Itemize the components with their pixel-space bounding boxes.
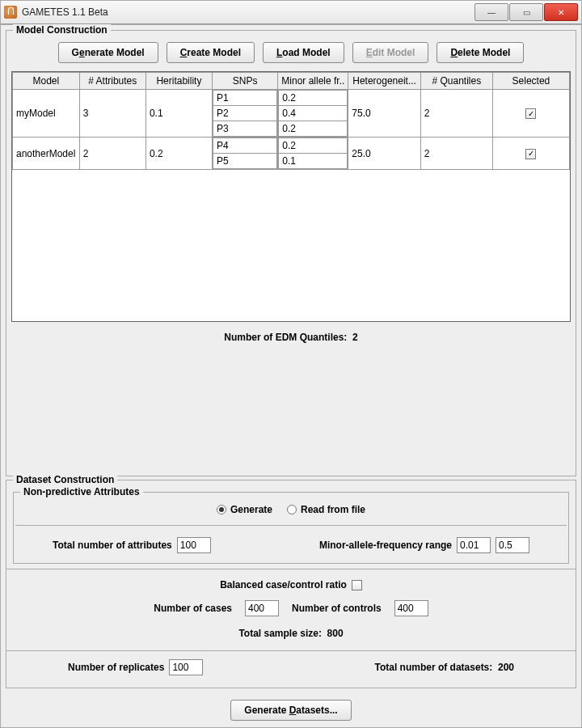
java-icon [4,6,17,19]
balanced-checkbox[interactable] [352,580,362,590]
table-row[interactable]: myModel30.1P1P2P30.20.40.275.02✓ [13,90,570,138]
selected-checkbox[interactable]: ✓ [525,108,536,119]
maf-range-label: Minor-allele-frequency range [319,540,452,551]
controls-label: Number of controls [292,603,382,614]
table-cell: 0.2 [146,138,212,170]
col-heritability[interactable]: Heritability [146,73,212,90]
table-subcell: 0.2 [279,121,348,137]
table-subcell: P1 [213,91,277,106]
maf-range-lo-input[interactable] [457,537,491,553]
model-construction-panel: Model Construction Generate Model Create… [6,30,576,476]
table-cell: ✓ [492,90,569,138]
delete-model-button[interactable]: Delete Model [436,42,524,63]
table-cell: 2 [420,90,492,138]
table-subcell: P4 [213,138,277,154]
maf-range-hi-input[interactable] [496,537,529,553]
col-attributes[interactable]: # Attributes [79,73,146,90]
table-subcell: 0.4 [279,106,348,121]
cases-label: Number of cases [154,603,232,614]
table-cell: ✓ [492,138,569,170]
radio-dot-icon [217,505,226,514]
table-cell: 2 [79,138,146,170]
replicates-input[interactable] [169,659,203,675]
minimize-button[interactable]: — [474,3,508,21]
replicates-label: Number of replicates [68,662,164,673]
dataset-construction-panel: Dataset Construction Non-predictive Attr… [6,480,576,688]
table-cell: anotherModel [13,138,80,170]
table-cell: P1P2P3 [213,90,278,138]
selected-checkbox[interactable]: ✓ [525,149,536,159]
readfile-radio[interactable]: Read from file [287,504,365,515]
table-cell: 0.20.1 [278,138,348,170]
table-cell: 2 [420,138,492,170]
table-cell: 75.0 [348,90,421,138]
controls-input[interactable] [394,600,428,616]
dataset-construction-title: Dataset Construction [13,474,117,485]
col-hetero[interactable]: Heterogeneit... [348,73,421,90]
col-quantiles[interactable]: # Quantiles [420,73,492,90]
titlebar: GAMETES 1.1 Beta — ▭ ✕ [0,0,582,24]
col-selected[interactable]: Selected [492,73,569,90]
table-cell: 3 [79,90,146,138]
generate-model-button[interactable]: Generate Model [58,42,158,63]
radio-dot-icon [287,505,297,514]
nonpredictive-title: Non-predictive Attributes [20,486,143,497]
balanced-label: Balanced case/control ratio [220,579,347,590]
generate-radio[interactable]: Generate [217,504,272,515]
load-model-button[interactable]: Load Model [263,42,344,63]
total-attributes-label: Total number of attributes [53,540,172,551]
total-sample-row: Total sample size: 800 [11,621,571,645]
table-cell: P4P5 [213,138,278,170]
maximize-button[interactable]: ▭ [509,3,543,21]
col-model[interactable]: Model [13,73,80,90]
table-cell: 25.0 [348,138,421,170]
table-row[interactable]: anotherModel20.2P4P50.20.125.02✓ [13,138,570,170]
col-maf[interactable]: Minor allele fr.. [278,73,348,90]
table-cell: 0.20.40.2 [278,90,348,138]
table-subcell: P5 [213,154,277,169]
total-attributes-input[interactable] [177,537,211,553]
table-subcell: 0.2 [279,138,348,154]
edm-quantiles-row: Number of EDM Quantiles: 2 [11,322,571,353]
table-subcell: 0.1 [279,154,348,169]
nonpredictive-panel: Non-predictive Attributes Generate Read … [13,492,569,564]
close-button[interactable]: ✕ [544,3,578,21]
generate-datasets-button[interactable]: Generate Datasets... [230,700,351,721]
edit-model-button: Edit Model [352,42,429,63]
table-subcell: 0.2 [279,91,348,106]
table-subcell: P2 [213,106,277,121]
models-table-container: Model # Attributes Heritability SNPs Min… [11,71,571,322]
create-model-button[interactable]: Create Model [167,42,255,63]
table-cell: 0.1 [146,90,212,138]
cases-input[interactable] [245,600,279,616]
col-snps[interactable]: SNPs [213,73,278,90]
total-datasets-row: Total number of datasets: 200 [375,662,515,673]
models-table[interactable]: Model # Attributes Heritability SNPs Min… [12,72,570,170]
table-cell: myModel [13,90,80,138]
window-title: GAMETES 1.1 Beta [22,6,474,18]
table-subcell: P3 [213,121,277,137]
model-construction-title: Model Construction [13,24,111,36]
